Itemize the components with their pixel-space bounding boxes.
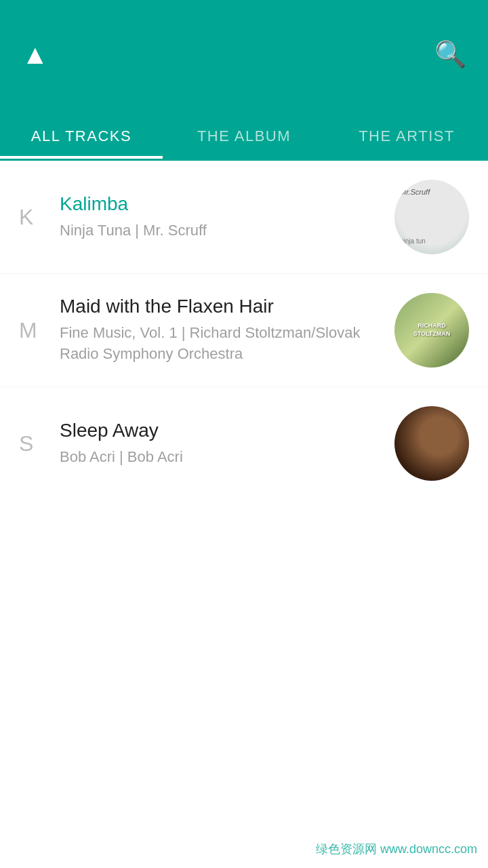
search-button[interactable]: 🔍 [434, 39, 466, 69]
track-group-m: M Maid with the Flaxen Hair Fine Music, … [0, 274, 488, 387]
letter-m: M [19, 318, 37, 342]
app-header: ▲ 🔍 [0, 0, 488, 108]
track-sub-sleep-away: Bob Acri | Bob Acri [60, 447, 381, 468]
track-name-kalimba: Kalimba [60, 193, 381, 215]
track-name-sleep-away: Sleep Away [60, 420, 381, 441]
album-art-sleep-away[interactable] [394, 406, 469, 481]
album-art-kalimba[interactable] [394, 180, 469, 254]
tab-all-tracks[interactable]: ALL TRACKS [0, 108, 163, 159]
track-list: K Kalimba Ninja Tuna | Mr. Scruff M Maid… [0, 161, 488, 500]
track-group-k: K Kalimba Ninja Tuna | Mr. Scruff [0, 161, 488, 274]
back-button[interactable]: ▲ [22, 39, 49, 70]
letter-k: K [19, 205, 33, 229]
track-name-maid: Maid with the Flaxen Hair [60, 296, 381, 317]
tab-bar: ALL TRACKS THE ALBUM THE ARTIST [0, 108, 488, 161]
track-sub-maid: Fine Music, Vol. 1 | Richard Stoltzman/S… [60, 323, 381, 365]
tab-the-album[interactable]: THE ALBUM [163, 108, 325, 159]
letter-s: S [19, 431, 33, 456]
track-info-sleep-away: Sleep Away Bob Acri | Bob Acri [60, 420, 394, 468]
album-art-maid[interactable] [394, 293, 469, 368]
track-group-s: S Sleep Away Bob Acri | Bob Acri [0, 387, 488, 500]
track-info-maid: Maid with the Flaxen Hair Fine Music, Vo… [60, 296, 394, 365]
track-sub-kalimba: Ninja Tuna | Mr. Scruff [60, 220, 381, 241]
watermark: 绿色资源网 www.downcc.com [316, 841, 477, 857]
track-info-kalimba: Kalimba Ninja Tuna | Mr. Scruff [60, 193, 394, 241]
tab-the-artist[interactable]: THE ARTIST [325, 108, 488, 159]
